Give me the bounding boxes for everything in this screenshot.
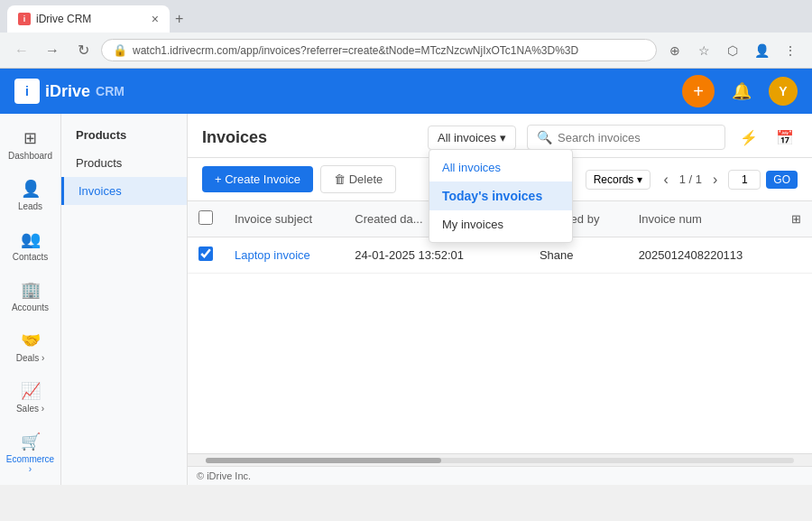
invoice-subject-link[interactable]: Laptop invoice <box>235 248 310 262</box>
logo-crm: CRM <box>96 84 125 98</box>
app-header: i iDrive CRM + 🔔 Y <box>0 69 812 114</box>
filter-dropdown[interactable]: All invoices ▾ All invoices Today's invo… <box>428 126 516 150</box>
sidebar-label-dashboard: Dashboard <box>8 151 52 161</box>
app: i iDrive CRM + 🔔 Y ⊞ Dashboard 👤 Leads 👥… <box>0 69 812 485</box>
address-bar[interactable]: 🔒 watch1.idrivecrm.com/app/invoices?refe… <box>101 39 657 61</box>
browser-actions: ⊕ ☆ ⬡ 👤 ⋮ <box>662 38 803 63</box>
dropdown-menu: All invoices Today's invoices My invoice… <box>429 149 573 243</box>
page-info: 1 / 1 <box>679 172 702 186</box>
dropdown-item-my-invoices[interactable]: My invoices <box>429 210 572 238</box>
sidebar: ⊞ Dashboard 👤 Leads 👥 Contacts 🏢 Account… <box>0 114 61 485</box>
logo-text: iDrive <box>45 82 90 101</box>
reload-button[interactable]: ↻ <box>70 38 96 63</box>
dashboard-icon: ⊞ <box>23 128 37 148</box>
app-footer: © iDrive Inc. <box>188 466 812 485</box>
forward-button[interactable]: → <box>40 38 65 63</box>
footer-text: © iDrive Inc. <box>197 470 251 481</box>
scrollbar-thumb[interactable] <box>206 458 441 463</box>
col-checkbox <box>188 201 224 237</box>
calendar-button[interactable]: 📅 <box>772 126 798 150</box>
select-all-checkbox[interactable] <box>198 210 213 225</box>
tab-favicon: i <box>18 13 31 25</box>
sidebar-label-ecommerce: Ecommerce › <box>6 454 54 474</box>
col-subject: Invoice subject <box>224 201 344 237</box>
app-logo: i iDrive CRM <box>14 79 125 104</box>
sidebar-item-leads[interactable]: 👤 Leads <box>4 172 58 219</box>
sidebar-item-ecommerce[interactable]: 🛒 Ecommerce › <box>4 424 58 481</box>
filter-button[interactable]: ⚡ <box>736 126 761 150</box>
active-tab: i iDrive CRM × <box>7 5 170 33</box>
browser-controls: ← → ↻ 🔒 watch1.idrivecrm.com/app/invoice… <box>0 33 812 69</box>
tab-close-button[interactable]: × <box>152 12 159 26</box>
sidebar-label-sales: Sales › <box>16 404 44 414</box>
row-invoice-num-cell: 2025012408220113 <box>628 237 780 274</box>
back-button[interactable]: ← <box>9 38 34 63</box>
menu-button[interactable]: ⋮ <box>778 38 803 63</box>
row-actions-cell <box>780 237 812 274</box>
sidebar-label-leads: Leads <box>18 201 42 211</box>
search-box: 🔍 <box>527 125 725 150</box>
ecommerce-icon: 🛒 <box>21 432 41 451</box>
scrollbar-track <box>206 458 794 463</box>
tab-title: iDrive CRM <box>36 13 146 25</box>
horizontal-scrollbar[interactable] <box>188 453 812 466</box>
row-updated-by-cell: Shane <box>529 237 628 274</box>
page-number-input[interactable] <box>728 170 761 190</box>
prev-page-button[interactable]: ‹ <box>658 170 673 190</box>
chevron-down-icon: ▾ <box>500 131 506 144</box>
user-profile-button[interactable]: 👤 <box>749 38 774 63</box>
filter-dropdown-label: All invoices <box>438 131 496 144</box>
tab-bar: i iDrive CRM × + <box>0 0 812 33</box>
sub-sidebar: Products Products Invoices <box>61 114 188 485</box>
next-page-button[interactable]: › <box>707 170 723 190</box>
page-title: Invoices <box>202 128 417 147</box>
main-area: ⊞ Dashboard 👤 Leads 👥 Contacts 🏢 Account… <box>0 114 812 485</box>
table-row: Laptop invoice 24-01-2025 13:52:01 Shane… <box>188 237 812 274</box>
search-input[interactable] <box>558 131 715 144</box>
sidebar-item-contacts[interactable]: 👥 Contacts <box>4 222 58 269</box>
go-button[interactable]: GO <box>766 171 798 189</box>
sidebar-label-contacts: Contacts <box>13 252 48 262</box>
notifications-button[interactable]: 🔔 <box>725 75 758 107</box>
browser-window: i iDrive CRM × + ← → ↻ 🔒 watch1.idrivecr… <box>0 0 812 69</box>
col-settings[interactable]: ⊞ <box>780 201 812 237</box>
accounts-icon: 🏢 <box>21 280 41 300</box>
records-dropdown[interactable]: Records ▾ <box>586 170 651 190</box>
bookmark-button[interactable]: ☆ <box>691 38 716 63</box>
pagination: ‹ 1 / 1 › GO <box>658 170 798 190</box>
sub-sidebar-item-products[interactable]: Products <box>61 149 187 177</box>
col-invoice-num: Invoice num <box>628 201 780 237</box>
row-empty-cell <box>503 237 529 274</box>
sidebar-item-dashboard[interactable]: ⊞ Dashboard <box>4 121 58 168</box>
main-content: Products Products Invoices Invoices All … <box>61 114 812 485</box>
url-text: watch1.idrivecrm.com/app/invoices?referr… <box>133 44 645 57</box>
sidebar-label-accounts: Accounts <box>12 302 49 312</box>
new-tab-button[interactable]: + <box>170 11 189 27</box>
user-avatar[interactable]: Y <box>769 77 798 106</box>
row-created-date-cell: 24-01-2025 13:52:01 <box>344 237 502 274</box>
leads-icon: 👤 <box>21 179 41 199</box>
sidebar-item-sales[interactable]: 📈 Sales › <box>4 374 58 421</box>
add-button[interactable]: + <box>682 75 715 107</box>
dropdown-item-all-invoices[interactable]: All invoices <box>429 154 572 181</box>
records-label: Records <box>594 173 634 186</box>
deals-icon: 🤝 <box>21 330 41 350</box>
row-checkbox-cell <box>188 237 224 274</box>
records-chevron-icon: ▾ <box>637 173 642 186</box>
page-header: Invoices All invoices ▾ All invoices Tod… <box>188 114 812 158</box>
logo-icon: i <box>14 79 40 104</box>
row-subject-cell: Laptop invoice <box>224 237 344 274</box>
profile-icon[interactable]: ⊕ <box>662 38 687 63</box>
sub-sidebar-item-invoices[interactable]: Invoices <box>61 177 187 205</box>
delete-button[interactable]: 🗑 Delete <box>320 165 396 193</box>
sidebar-item-accounts[interactable]: 🏢 Accounts <box>4 273 58 320</box>
sidebar-label-deals: Deals › <box>16 353 45 363</box>
sales-icon: 📈 <box>21 381 41 401</box>
create-invoice-button[interactable]: + Create Invoice <box>202 166 313 192</box>
row-checkbox[interactable] <box>198 247 213 261</box>
search-icon: 🔍 <box>537 130 552 144</box>
dropdown-item-todays-invoices[interactable]: Today's invoices <box>429 181 572 210</box>
extensions-button[interactable]: ⬡ <box>720 38 745 63</box>
sidebar-item-deals[interactable]: 🤝 Deals › <box>4 323 58 370</box>
sub-sidebar-header: Products <box>61 121 187 149</box>
